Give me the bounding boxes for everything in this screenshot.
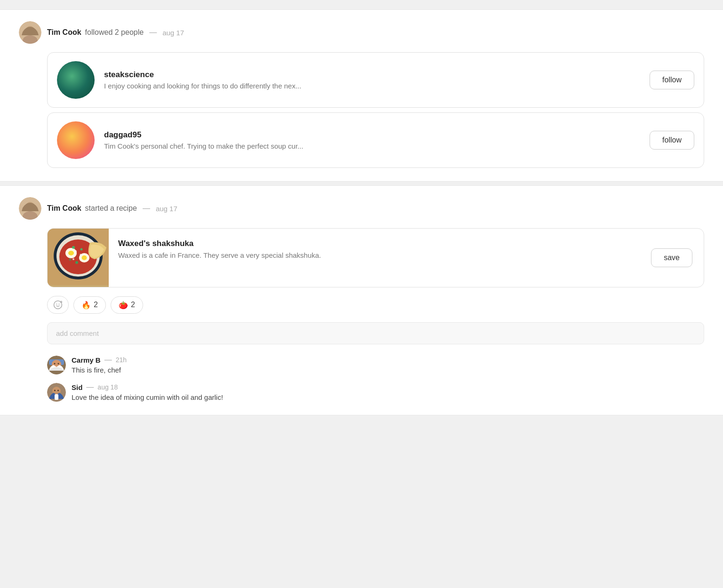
reactions-bar: 🔥 2 🍅 2 bbox=[47, 296, 704, 314]
recipe-card-action: save bbox=[640, 229, 704, 287]
followee-username: daggad95 bbox=[104, 130, 640, 140]
comment-body: Sid — aug 18 Love the idea of mixing cum… bbox=[72, 383, 223, 401]
carmy-avatar bbox=[47, 356, 66, 374]
svg-point-20 bbox=[80, 248, 83, 251]
comments-section: Carmy B — 21h This is fire, chef bbox=[47, 356, 704, 402]
fire-count: 2 bbox=[94, 301, 98, 309]
svg-point-38 bbox=[54, 390, 56, 391]
actor-username: Tim Cook bbox=[47, 204, 81, 213]
followee-bio: Tim Cook's personal chef. Trying to make… bbox=[104, 142, 640, 150]
svg-point-21 bbox=[75, 261, 78, 264]
follow-card-info: daggad95 Tim Cook's personal chef. Tryin… bbox=[104, 130, 640, 150]
recipe-title: Waxed's shakshuka bbox=[118, 239, 630, 248]
tim-cook-avatar-2 bbox=[19, 197, 41, 220]
comment-header: Carmy B — 21h bbox=[72, 356, 127, 364]
follow-cards-list: steakscience I enjoy cooking and looking… bbox=[47, 52, 704, 168]
comment-text: Love the idea of mixing cumin with oil a… bbox=[72, 393, 223, 401]
comment-header: Sid — aug 18 bbox=[72, 383, 223, 391]
tim-cook-avatar bbox=[19, 21, 41, 44]
svg-point-19 bbox=[72, 246, 75, 249]
activity-action: started a recipe bbox=[85, 204, 137, 213]
comment-body: Carmy B — 21h This is fire, chef bbox=[72, 356, 127, 374]
svg-point-23 bbox=[75, 250, 77, 252]
commenter-username: Carmy B bbox=[72, 356, 101, 364]
svg-point-22 bbox=[69, 259, 71, 261]
activity-action: followed 2 people bbox=[85, 28, 144, 37]
activity-feed: Tim Cook followed 2 people — aug 17 stea… bbox=[0, 0, 723, 429]
recipe-description: Waxed is a cafe in France. They serve a … bbox=[118, 251, 630, 259]
recipe-image bbox=[48, 229, 109, 287]
follow-activity-block: Tim Cook followed 2 people — aug 17 stea… bbox=[0, 9, 723, 182]
tomato-reaction-button[interactable]: 🍅 2 bbox=[111, 296, 143, 314]
followee-username: steakscience bbox=[104, 70, 640, 79]
follow-button[interactable]: follow bbox=[650, 131, 694, 150]
activity-meta: Tim Cook started a recipe — aug 17 bbox=[47, 204, 177, 213]
followee-bio: I enjoy cooking and looking for things t… bbox=[104, 82, 640, 90]
add-comment-input[interactable]: add comment bbox=[47, 322, 704, 344]
svg-point-16 bbox=[68, 251, 74, 255]
svg-point-35 bbox=[58, 363, 59, 365]
svg-point-34 bbox=[54, 363, 56, 365]
recipe-card: Waxed's shakshuka Waxed is a cafe in Fra… bbox=[47, 228, 704, 287]
commenter-username: Sid bbox=[72, 383, 82, 391]
comment-item: Sid — aug 18 Love the idea of mixing cum… bbox=[47, 383, 704, 402]
add-reaction-button[interactable] bbox=[47, 296, 69, 314]
actor-username: Tim Cook bbox=[47, 28, 81, 37]
svg-point-28 bbox=[59, 304, 60, 305]
svg-point-18 bbox=[82, 255, 87, 260]
daggad95-avatar bbox=[57, 121, 95, 159]
recipe-activity-block: Tim Cook started a recipe — aug 17 bbox=[0, 185, 723, 415]
follow-button[interactable]: follow bbox=[650, 71, 694, 89]
tomato-count: 2 bbox=[131, 301, 135, 309]
comment-timestamp: aug 18 bbox=[97, 383, 118, 391]
fire-reaction-button[interactable]: 🔥 2 bbox=[73, 296, 106, 314]
follow-card: steakscience I enjoy cooking and looking… bbox=[47, 52, 704, 108]
save-recipe-button[interactable]: save bbox=[651, 248, 692, 267]
follow-card: daggad95 Tim Cook's personal chef. Tryin… bbox=[47, 112, 704, 168]
svg-point-27 bbox=[56, 304, 57, 305]
emoji-add-icon bbox=[53, 300, 63, 310]
activity-timestamp: aug 17 bbox=[162, 29, 184, 37]
comment-text: This is fire, chef bbox=[72, 366, 127, 374]
add-comment-placeholder: add comment bbox=[56, 329, 99, 337]
comment-item: Carmy B — 21h This is fire, chef bbox=[47, 356, 704, 374]
svg-point-24 bbox=[80, 254, 81, 255]
follow-card-info: steakscience I enjoy cooking and looking… bbox=[104, 70, 640, 90]
svg-point-25 bbox=[72, 258, 74, 260]
activity-meta: Tim Cook followed 2 people — aug 17 bbox=[47, 28, 184, 37]
recipe-card-content: Waxed's shakshuka Waxed is a cafe in Fra… bbox=[109, 229, 640, 287]
steakscience-avatar bbox=[57, 61, 95, 99]
svg-point-39 bbox=[57, 390, 59, 391]
activity-header: Tim Cook followed 2 people — aug 17 bbox=[19, 21, 704, 44]
sid-avatar bbox=[47, 383, 66, 402]
svg-rect-40 bbox=[55, 394, 58, 400]
comment-timestamp: 21h bbox=[116, 356, 127, 364]
fire-emoji: 🔥 bbox=[81, 301, 91, 310]
activity-timestamp: aug 17 bbox=[156, 205, 177, 213]
activity-header: Tim Cook started a recipe — aug 17 bbox=[19, 197, 704, 220]
tomato-emoji: 🍅 bbox=[119, 301, 128, 310]
